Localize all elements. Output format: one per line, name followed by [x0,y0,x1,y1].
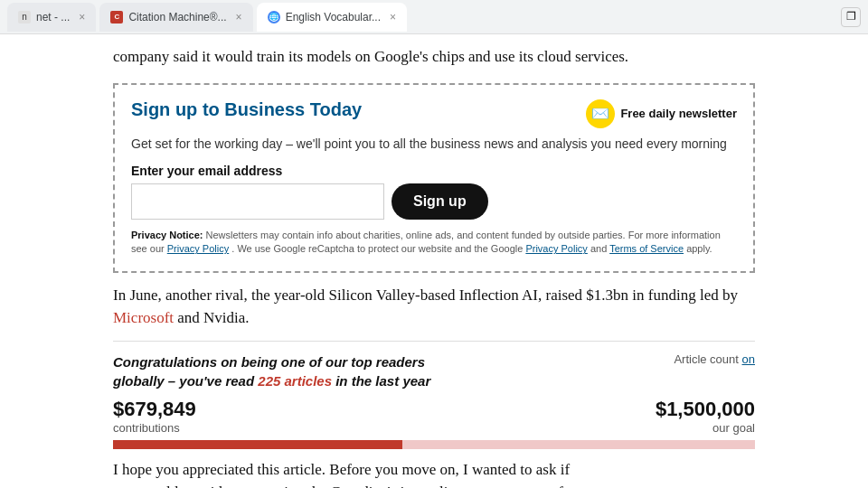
tab-net[interactable]: n net - ... × [7,3,96,32]
newsletter-title-plain: Sign up to [131,99,224,119]
article-count-link[interactable]: on [742,352,755,366]
tab-citation-close[interactable]: × [236,11,242,23]
content-area: company said it would train its models o… [0,34,868,488]
tab-citation[interactable]: C Citation Machine®... × [99,3,252,32]
tab-net-close[interactable]: × [79,11,85,23]
section-divider [113,341,755,342]
microsoft-after: and Nvidia. [174,309,250,326]
bottom-text-line1: I hope you appreciated this article. Bef… [113,461,570,478]
window-controls: ❐ [841,7,861,27]
newsletter-box: Sign up to Business Today ✉️ Free daily … [113,83,755,273]
bottom-text-line2: you would consider supporting the Guardi… [113,483,576,488]
newsletter-title-highlight: Business Today [224,99,362,119]
envelope-icon: ✉️ [586,99,615,128]
newsletter-title: Sign up to Business Today [131,99,362,120]
email-label: Enter your email address [131,164,737,178]
article-count-label: Article count on [674,352,755,366]
tab-citation-favicon: C [110,11,123,23]
reader-message-end: in the last year [332,373,430,389]
badge-text: Free daily newsletter [620,107,737,120]
tab-english-favicon: 🌐 [268,11,280,23]
tab-citation-label: Citation Machine®... [128,11,226,23]
article-count-text: Article count [674,352,741,366]
email-input[interactable] [131,183,384,220]
contributions-amount: $679,849 [113,398,196,421]
goal-label: our goal [656,421,755,435]
privacy-notice: Privacy Notice: Newsletters may contain … [131,229,737,257]
contributions-left: $679,849 contributions [113,398,196,435]
newsletter-form: Sign up [131,183,737,220]
articles-count: 225 articles [258,373,332,389]
progress-bar-fill [113,440,402,449]
contributions-label: contributions [113,421,196,435]
article-intro: company said it would train its models o… [113,45,755,69]
privacy-notice-label: Privacy Notice: [131,230,203,240]
funding-row: $679,849 contributions $1,500,000 our go… [113,398,755,435]
tab-english-close[interactable]: × [390,11,396,23]
tab-english-label: English Vocabular... [286,11,381,23]
microsoft-link[interactable]: Microsoft [113,309,174,326]
tos-link[interactable]: Terms of Service [609,243,684,254]
goal-amount: $1,500,000 [656,398,755,421]
privacy-text-2: . We use Google reCaptcha to protect our… [231,243,525,254]
bottom-text: I hope you appreciated this article. Bef… [113,458,755,488]
newsletter-header: Sign up to Business Today ✉️ Free daily … [131,99,737,128]
and-text: and [590,243,609,254]
browser-chrome: n net - ... × C Citation Machine®... × 🌐… [0,0,868,34]
progress-bar-container [113,440,755,449]
privacy-policy-link-2[interactable]: Privacy Policy [525,243,587,254]
microsoft-para-text: In June, another rival, the year-old Sil… [113,286,738,304]
restore-icon: ❐ [846,10,856,23]
microsoft-paragraph: In June, another rival, the year-old Sil… [113,284,755,330]
privacy-policy-link-1[interactable]: Privacy Policy [167,243,229,254]
tab-english[interactable]: 🌐 English Vocabular... × [257,3,407,32]
restore-window-button[interactable]: ❐ [841,7,861,27]
tab-net-label: net - ... [36,11,70,23]
newsletter-badge: ✉️ Free daily newsletter [586,99,737,128]
tab-bar: n net - ... × C Citation Machine®... × 🌐… [7,3,834,32]
reader-stats: Congratulations on being one of our top … [113,352,755,390]
tab-net-favicon: n [18,11,31,23]
reader-message: Congratulations on being one of our top … [113,352,475,390]
goal-right: $1,500,000 our goal [656,398,755,435]
apply-text: apply. [686,243,712,254]
newsletter-description: Get set for the working day – we'll poin… [131,136,737,154]
signup-button[interactable]: Sign up [392,183,488,220]
